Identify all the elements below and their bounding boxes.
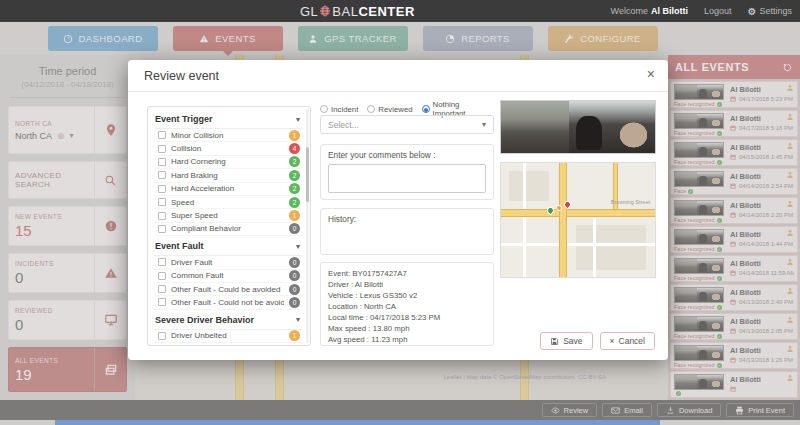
- checklist-item[interactable]: Hard Acceleration 2: [154, 183, 302, 196]
- count-badge: 4: [289, 143, 300, 154]
- event-detail-line: Vehicle : Lexus GS350 v2: [328, 290, 486, 301]
- dashcam-preview[interactable]: [500, 100, 656, 154]
- save-button[interactable]: Save: [540, 332, 592, 350]
- logo-text: BAL: [332, 4, 358, 19]
- checkbox[interactable]: [158, 131, 166, 139]
- event-checklist: Event Trigger▾ Minor Collision 1 Collisi…: [147, 106, 311, 346]
- scrollbar-thumb[interactable]: [306, 147, 309, 202]
- street-label: Browning Street: [611, 199, 650, 205]
- radio-icon: [422, 105, 430, 113]
- checklist-item[interactable]: Collision 4: [154, 142, 302, 155]
- logo-text: GL: [300, 4, 318, 19]
- logout-link[interactable]: Logout: [704, 6, 732, 16]
- checklist-item-label: Compliant Behavior: [171, 224, 284, 233]
- save-label: Save: [563, 336, 582, 346]
- checkbox[interactable]: [158, 212, 166, 220]
- radio-icon: [320, 105, 328, 113]
- checklist-item[interactable]: Minor Collision 1: [154, 129, 302, 142]
- map-block: [509, 171, 549, 201]
- chevron-down-icon: ▾: [296, 242, 300, 251]
- count-badge: 0: [289, 270, 300, 281]
- checklist-item[interactable]: Driver Unbelted 1: [154, 330, 302, 343]
- welcome-text: WelcomeAl Bilotti: [611, 6, 688, 16]
- count-badge: 0: [289, 297, 300, 308]
- checklist-item[interactable]: Other Fault - Could not be avoided 0: [154, 296, 302, 309]
- checklist-item[interactable]: Hard Braking 2: [154, 169, 302, 182]
- chevron-down-icon: ▾: [296, 315, 300, 324]
- event-detail-line: Driver : Al Bilotti: [328, 279, 486, 290]
- chevron-down-icon: ▾: [296, 115, 300, 124]
- radio-label: Incident: [331, 105, 358, 114]
- checkbox[interactable]: [158, 272, 166, 280]
- checklist-item[interactable]: Other Fault - Could be avoided 0: [154, 283, 302, 296]
- settings-link[interactable]: ⚙ Settings: [748, 6, 793, 17]
- section-header-event-fault[interactable]: Event Fault▾: [154, 236, 302, 256]
- globe-icon: [319, 5, 331, 17]
- checklist-item-label: Driver Unbelted: [171, 331, 284, 340]
- cabin-camera-view: [569, 101, 655, 153]
- checkbox[interactable]: [158, 185, 166, 193]
- checkbox[interactable]: [158, 298, 166, 306]
- map-road: [523, 163, 526, 277]
- status-radio[interactable]: Reviewed: [367, 105, 412, 114]
- event-detail-line: Location : North CA: [328, 301, 486, 312]
- close-icon: ×: [610, 336, 615, 346]
- checklist-item-label: Minor Collision: [171, 131, 284, 140]
- app-root: GL BALCENTER WelcomeAl Bilotti Logout ⚙ …: [0, 0, 800, 425]
- event-detail-line: Local time : 04/17/2018 5:23 PM: [328, 312, 486, 323]
- fault-list: Driver Fault 0 Common Fault 0 Other Faul…: [154, 256, 302, 310]
- event-marker: [556, 205, 562, 211]
- checklist-item[interactable]: Driver Fault 0: [154, 256, 302, 269]
- radio-label: Reviewed: [378, 105, 412, 114]
- category-select[interactable]: Select... ▾: [320, 115, 494, 134]
- top-bar: GL BALCENTER WelcomeAl Bilotti Logout ⚙ …: [0, 0, 800, 22]
- checkbox[interactable]: [158, 285, 166, 293]
- checkbox[interactable]: [158, 225, 166, 233]
- trigger-list: Minor Collision 1 Collision 4 Hard Corne…: [154, 129, 302, 236]
- history-label: History:: [328, 214, 486, 224]
- cancel-button[interactable]: × Cancel: [600, 332, 655, 350]
- count-badge: 0: [289, 284, 300, 295]
- checkbox[interactable]: [158, 145, 166, 153]
- count-badge: 2: [289, 170, 300, 181]
- count-badge: 1: [289, 330, 300, 341]
- comments-textarea[interactable]: [328, 164, 486, 193]
- map-road: [501, 209, 655, 217]
- save-icon: [550, 337, 559, 346]
- behavior-list: Driver Unbelted 1: [154, 330, 302, 343]
- checklist-item[interactable]: Super Speed 1: [154, 209, 302, 222]
- checkbox[interactable]: [158, 198, 166, 206]
- checklist-item-label: Hard Acceleration: [171, 184, 284, 193]
- checkbox[interactable]: [158, 171, 166, 179]
- map-road: [559, 163, 567, 277]
- event-location-map[interactable]: Browning Street: [500, 162, 656, 278]
- gear-icon: ⚙: [748, 6, 757, 17]
- map-block: [576, 225, 646, 270]
- checklist-item-label: Speed: [171, 198, 284, 207]
- count-badge: 0: [289, 223, 300, 234]
- section-header-severe-driver-behavior[interactable]: Severe Driver Behavior▾: [154, 310, 302, 330]
- modal-title: Review event: [128, 60, 668, 92]
- event-detail-line: Event: BY01757427A7: [328, 268, 486, 279]
- close-icon[interactable]: ×: [647, 67, 655, 81]
- checkbox[interactable]: [158, 332, 166, 340]
- section-header-event-trigger[interactable]: Event Trigger▾: [154, 109, 302, 129]
- scrollbar-track[interactable]: [306, 109, 309, 343]
- count-badge: 1: [289, 130, 300, 141]
- checklist-item[interactable]: Common Fault 0: [154, 270, 302, 283]
- checklist-item-label: Super Speed: [171, 211, 284, 220]
- review-event-modal: Review event × Event Trigger▾ Minor Coll…: [128, 60, 668, 360]
- count-badge: 2: [289, 183, 300, 194]
- checkbox[interactable]: [158, 258, 166, 266]
- checklist-item-label: Driver Fault: [171, 258, 284, 267]
- count-badge: 2: [289, 197, 300, 208]
- map-road: [593, 218, 596, 277]
- status-radio[interactable]: Incident: [320, 105, 358, 114]
- checklist-item[interactable]: Hard Cornering 2: [154, 156, 302, 169]
- logo: GL BALCENTER: [300, 0, 415, 22]
- checklist-item[interactable]: Compliant Behavior 0: [154, 223, 302, 236]
- select-placeholder: Select...: [328, 120, 359, 130]
- road-camera-view: [501, 101, 569, 153]
- checkbox[interactable]: [158, 158, 166, 166]
- checklist-item[interactable]: Speed 2: [154, 196, 302, 209]
